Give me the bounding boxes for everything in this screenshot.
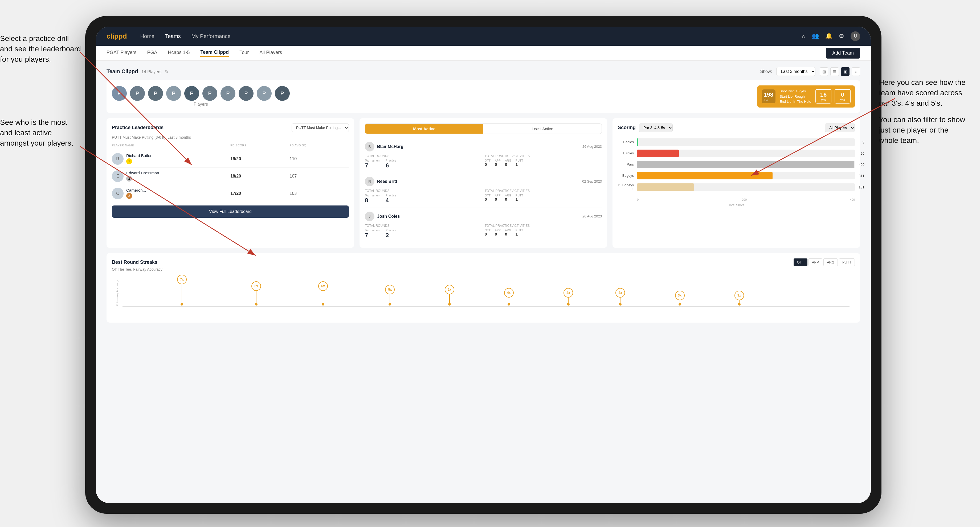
pa-player-1: B Blair McHarg [365,142,403,151]
pa-rounds-1: Total Rounds Tournament 7 Practice 6 [365,154,482,169]
player-avatar-4[interactable]: P [166,86,181,101]
activity-tabs: Most Active Least Active [365,124,602,134]
pa-activities-1: Total Practice Activities OTT0 APP0 ARG0… [485,154,602,169]
tab-putt[interactable]: PUTT [839,259,855,266]
lb-name-2: Edward Crossman [126,171,159,175]
bar-value-eagles: 3 [862,140,864,144]
nav-my-performance[interactable]: My Performance [191,33,231,40]
pa-avatar-3: J [365,211,374,221]
player-avatar-10[interactable]: P [275,86,290,101]
settings-icon[interactable]: ⚙ [839,33,844,40]
bar-container-eagles: 3 [637,138,855,146]
streak-dot-7 [567,303,570,306]
pa-header-1: B Blair McHarg 26 Aug 2023 [365,142,602,151]
player-avatar-8[interactable]: P [239,86,253,101]
list-view-icon[interactable]: ☰ [830,67,839,76]
bell-icon[interactable]: 🔔 [825,33,832,40]
player-avatar-5[interactable]: P [184,86,199,101]
lb-avatar-2: E [112,170,124,182]
x-label-400: 400 [850,198,855,201]
player-avatar-2[interactable]: P [130,86,145,101]
table-row: C Cameron... 3 17/20 103 [112,185,349,202]
edit-icon[interactable]: ✎ [165,70,168,74]
tab-ott[interactable]: OTT [794,259,807,266]
streak-point-4: 5x [388,292,391,306]
subnav-pgat[interactable]: PGAT Players [107,50,136,56]
people-icon[interactable]: 👥 [812,33,819,40]
list-item: J Josh Coles 26 Aug 2023 Total Rounds To… [365,208,602,243]
add-team-button[interactable]: Add Team [826,48,860,59]
lb-col-player: PLAYER NAME [112,144,231,147]
player-avatar-3[interactable]: P [148,86,163,101]
pa-avatar-1: B [365,142,374,151]
grid-view-icon[interactable]: ▦ [820,67,828,76]
bar-label-pars: Pars [618,162,634,167]
bar-fill-birdies [637,149,679,157]
team-controls: Show: Last 3 months ▦ ☰ ▣ ↕ [760,67,860,76]
shot-dist-text: Shot Dist: 16 yds [780,89,811,94]
player-avatar-1[interactable]: P [112,86,127,101]
practice-card-header: Practice Leaderboards PUTT Must Make Put… [112,124,349,132]
pa-stats-3: Total Rounds Tournament 7 Practice 2 [365,224,602,239]
navbar: clippd Home Teams My Performance ⌕ 👥 🔔 ⚙… [96,27,871,46]
pa-rounds-row-1: Tournament 7 Practice 6 [365,159,482,169]
bar-container-pars: 499 [637,161,855,168]
annotation-right-1: Here you can see how the team have score… [879,77,967,109]
least-active-tab[interactable]: Least Active [483,124,601,133]
pa-date-3: 26 Aug 2023 [582,214,602,218]
pa-tournament-val-1: 7 [365,162,380,169]
player-avatar-6[interactable]: P [202,86,217,101]
nav-home[interactable]: Home [140,33,154,40]
bottom-tabs: OTT APP ARG PUTT [794,259,855,266]
pa-stats-1: Total Rounds Tournament 7 Practice 6 [365,154,602,169]
streak-baseline [123,306,850,306]
content-grid: Practice Leaderboards PUTT Must Make Put… [107,118,860,248]
most-active-tab[interactable]: Most Active [365,124,483,133]
streak-bubble-9: 3x [675,290,685,300]
bar-label-birdies: Birdies [618,151,634,155]
streak-point-7: 4x [567,295,570,306]
lb-player-3: C Cameron... 3 [112,187,231,199]
tab-app[interactable]: APP [808,259,822,266]
total-activities-label-1: Total Practice Activities [485,154,602,158]
practice-filter-select[interactable]: PUTT Must Make Putting... [291,124,349,132]
streak-bubble-3: 6x [318,281,328,291]
shot-distances: 16 yds 0 yds [815,89,851,103]
bar-value-birdies: 96 [861,151,864,155]
pa-date-2: 02 Sep 2023 [582,179,602,183]
show-select[interactable]: Last 3 months [776,67,815,76]
bar-fill-dbogeys [637,183,694,191]
bar-row-eagles: Eagles 3 [618,138,855,146]
pa-date-1: 26 Aug 2023 [582,144,602,149]
nav-teams[interactable]: Teams [165,33,181,40]
all-players-filter-select[interactable]: All Players [825,124,855,132]
pa-practice-1: Practice 6 [386,159,396,169]
bar-row-dbogeys: D. Bogeys + 131 [618,183,855,191]
bar-fill-pars [637,161,854,168]
search-icon[interactable]: ⌕ [802,33,805,40]
subnav-pga[interactable]: PGA [147,50,157,56]
shot-card: 198 SC Shot Dist: 16 yds Start Lie: Roug… [757,86,855,108]
subnav-tour[interactable]: Tour [239,50,249,56]
player-avatar-9[interactable]: P [257,86,272,101]
sort-icon[interactable]: ↕ [852,67,860,76]
tab-arg[interactable]: ARG [823,259,838,266]
subnav-hcaps[interactable]: Hcaps 1-5 [168,50,189,56]
card-view-icon[interactable]: ▣ [841,67,850,76]
streak-dot-4 [388,303,391,306]
user-avatar[interactable]: U [851,32,860,41]
scoring-filter-select[interactable]: Par 3, 4 & 5s [639,124,673,132]
player-avatar-7[interactable]: P [221,86,235,101]
pa-activities-row-1: OTT0 APP0 ARG0 PUTT1 [485,159,602,167]
lb-col-score: PB SCORE [231,144,290,147]
best-round-streaks-card: Best Round Streaks OTT APP ARG PUTT Off … [107,253,860,322]
streak-dot-6 [508,303,510,306]
streak-bubble-10: 3x [735,290,744,300]
subnav-team-clippd[interactable]: Team Clippd [200,49,229,57]
nav-icons: ⌕ 👥 🔔 ⚙ U [802,32,860,41]
annotation-left-2: See who is the most and least active amo… [0,117,77,149]
view-leaderboard-button[interactable]: View Full Leaderboard [112,205,349,218]
bar-row-birdies: Birdies 96 [618,149,855,157]
x-label-200: 200 [742,198,747,201]
subnav-all-players[interactable]: All Players [259,50,282,56]
